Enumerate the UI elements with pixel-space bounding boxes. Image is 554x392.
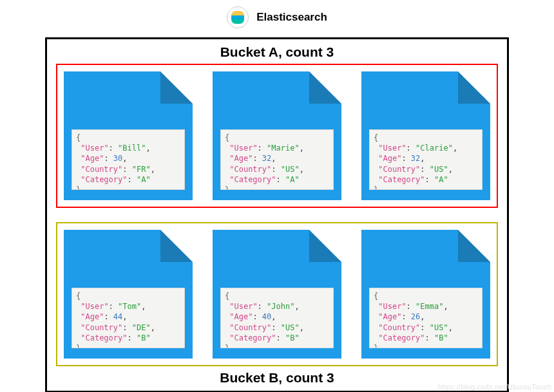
watermark-text: https://blog.csdn.net/UbuntuTouch [438, 383, 551, 391]
page-fold-icon [309, 71, 341, 104]
code-block: { "User": "Tom", "Age": 44, "Country": "… [72, 288, 185, 348]
page-fold-icon [160, 71, 193, 104]
document-card: { "User": "Tom", "Age": 44, "Country": "… [64, 230, 193, 359]
document-card: { "User": "John", "Age": 40, "Country": … [213, 230, 341, 359]
code-block: { "User": "Clarie", "Age": 32, "Country"… [369, 129, 482, 190]
bucket-a-frame: { "User": "Bill", "Age": 30, "Country": … [56, 64, 498, 208]
bucket-b-title: Bucket B, count 3 [56, 370, 498, 386]
page-fold-icon [458, 230, 490, 262]
page-fold-icon [458, 71, 490, 104]
code-block: { "User": "Emma", "Age": 26, "Country": … [369, 288, 482, 348]
document-card: { "User": "Clarie", "Age": 32, "Country"… [361, 71, 490, 200]
bucket-b-frame: { "User": "Tom", "Age": 44, "Country": "… [56, 222, 498, 366]
document-card: { "User": "Marie", "Age": 32, "Country":… [213, 71, 341, 200]
code-block: { "User": "Marie", "Age": 32, "Country":… [220, 129, 334, 190]
code-block: { "User": "John", "Age": 40, "Country": … [220, 288, 334, 348]
page-fold-icon [309, 230, 341, 262]
brand-label: Elasticsearch [256, 11, 327, 24]
document-card: { "User": "Emma", "Age": 26, "Country": … [361, 230, 490, 359]
page-fold-icon [160, 230, 193, 262]
document-card: { "User": "Bill", "Age": 30, "Country": … [64, 71, 193, 200]
elasticsearch-logo-icon [227, 6, 249, 28]
code-block: { "User": "Bill", "Age": 30, "Country": … [72, 129, 185, 190]
bucket-a-title: Bucket A, count 3 [56, 44, 498, 60]
diagram-container: Bucket A, count 3 { "User": "Bill", "Age… [45, 37, 509, 392]
header: Elasticsearch [0, 0, 554, 32]
